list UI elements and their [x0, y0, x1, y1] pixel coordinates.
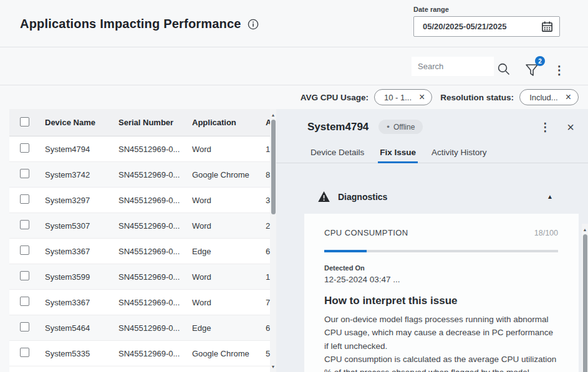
row-checkbox-cell [9, 348, 45, 359]
table-row[interactable]: System3367SN45512969-0...Word7 [9, 290, 270, 315]
row-checkbox[interactable] [20, 297, 29, 306]
application-cell: Word [192, 145, 266, 154]
panel-device-title: System4794 [307, 121, 369, 133]
column-header-avg-cpu[interactable]: AVG CPU Usage [266, 118, 270, 127]
row-checkbox[interactable] [20, 169, 29, 178]
table-row[interactable]: System3742SN45512969-0...Google Chrome8 [9, 162, 270, 188]
row-checkbox[interactable] [20, 143, 29, 153]
table-row[interactable]: System3599SN45512969-0...Word1 [9, 264, 270, 290]
row-checkbox[interactable] [20, 348, 29, 357]
table-row[interactable]: System4794SN45512969-0...Word1 [9, 136, 270, 162]
device-table: Device Name Serial Number Application AV… [9, 109, 276, 372]
panel-close-icon[interactable]: × [564, 121, 577, 133]
filter-chip-avg-cpu[interactable]: 10 - 1... × [374, 89, 432, 105]
row-checkbox-cell [9, 322, 45, 333]
tab-fix-issue[interactable]: Fix Issue [380, 141, 416, 163]
table-scrollbar-thumb[interactable] [271, 120, 276, 214]
table-row[interactable]: System3297SN45512969-0...Word3 [9, 188, 270, 213]
tab-device-details[interactable]: Device Details [311, 141, 364, 163]
table-body: System4794SN45512969-0...Word1System3742… [9, 136, 270, 366]
serial-number-cell: SN45512969-0... [118, 145, 192, 154]
panel-scrollbar-thumb[interactable] [583, 234, 587, 372]
filter-chip-label-avg-cpu: AVG CPU Usage: [301, 93, 369, 102]
filter-icon[interactable]: 2 [524, 61, 540, 80]
collapse-icon[interactable]: ▲ [547, 193, 553, 200]
date-range-label: Date range [413, 6, 560, 13]
avg-cpu-cell: 1 [266, 145, 270, 154]
table-header-row: Device Name Serial Number Application AV… [9, 109, 270, 136]
diagnostics-section-title: Diagnostics [338, 192, 387, 202]
search-input[interactable] [412, 57, 494, 76]
device-detail-panel: System4794 • Offline ⋮ × Device Details … [276, 109, 588, 372]
row-checkbox-cell [9, 271, 45, 282]
scroll-down-icon[interactable]: ▼ [270, 362, 276, 371]
serial-number-cell: SN45512969-0... [118, 247, 192, 256]
panel-scrollbar[interactable]: ▲ [582, 224, 588, 372]
more-options-icon[interactable]: ⋮ [552, 61, 566, 79]
application-cell: Word [192, 196, 266, 205]
metric-name: CPU CONSUMPTION [324, 228, 408, 237]
serial-number-cell: SN45512969-0... [118, 272, 192, 282]
row-checkbox-cell [9, 246, 45, 257]
table-scrollbar[interactable]: ▲ ▼ [270, 109, 276, 372]
row-checkbox-cell [9, 220, 45, 231]
row-checkbox[interactable] [20, 246, 29, 255]
application-cell: Edge [192, 323, 266, 333]
filter-chip-value: Includ... [529, 93, 558, 102]
avg-cpu-cell: 7 [266, 298, 270, 307]
column-header-application[interactable]: Application [192, 118, 266, 127]
device-name-cell: System3367 [45, 247, 118, 256]
table-row[interactable]: System5307SN45512969-0...Word2 [9, 213, 270, 239]
table-row[interactable]: System5464SN45512969-0...Edge6 [9, 315, 270, 341]
status-badge: • Offline [378, 120, 423, 134]
info-icon[interactable] [248, 19, 259, 30]
row-checkbox-cell [9, 169, 45, 180]
date-range-group: Date range 05/20/2025-05/21/2025 [413, 6, 560, 37]
scroll-up-icon[interactable]: ▲ [270, 110, 276, 119]
row-checkbox[interactable] [20, 194, 29, 204]
application-cell: Word [192, 272, 266, 282]
avg-cpu-cell: 2 [266, 221, 270, 231]
application-cell: Edge [192, 247, 266, 256]
serial-number-cell: SN45512969-0... [118, 196, 192, 205]
metric-row: CPU CONSUMPTION 18/100 [324, 228, 558, 237]
application-cell: Word [192, 221, 266, 231]
cpu-progress-track [324, 250, 558, 252]
device-name-cell: System3367 [45, 298, 118, 307]
row-checkbox[interactable] [20, 271, 29, 280]
device-name-cell: System5335 [45, 349, 118, 358]
page-title: Applications Impacting Performance [20, 17, 241, 31]
scroll-up-icon[interactable]: ▲ [582, 225, 588, 234]
select-all-checkbox[interactable] [20, 117, 29, 126]
diagnostics-card: CPU CONSUMPTION 18/100 Detected On 12-25… [304, 214, 579, 372]
interpret-paragraph-1: Our on-device model flags processes runn… [324, 313, 558, 353]
table-row[interactable]: System5335SN45512969-0...Google Chrome5 [9, 341, 270, 366]
remove-filter-icon[interactable]: × [566, 92, 571, 102]
filter-chip-resolution[interactable]: Includ... × [519, 89, 579, 105]
column-header-device-name[interactable]: Device Name [45, 118, 118, 127]
remove-filter-icon[interactable]: × [419, 92, 425, 102]
row-checkbox-cell [9, 143, 45, 155]
panel-more-options-icon[interactable]: ⋮ [536, 120, 554, 134]
date-range-input[interactable]: 05/20/2025-05/21/2025 [413, 16, 560, 37]
filter-chip-label-resolution: Resolution status: [440, 93, 514, 102]
diagnostics-section-header[interactable]: Diagnostics ▲ [318, 191, 553, 202]
table-row[interactable]: System3367SN45512969-0...Edge6 [9, 239, 270, 264]
interpret-title: How to interpret this issue [324, 295, 558, 307]
tab-activity-history[interactable]: Activity History [431, 141, 487, 163]
serial-number-cell: SN45512969-0... [118, 221, 192, 231]
detected-on-label: Detected On [324, 264, 558, 272]
row-checkbox[interactable] [20, 220, 29, 229]
filter-chip-value: 10 - 1... [384, 93, 412, 102]
panel-header: System4794 • Offline ⋮ × [276, 109, 588, 134]
search-icon[interactable] [496, 61, 512, 77]
avg-cpu-cell: 6 [266, 323, 270, 333]
detected-on-value: 12-25-2024 03:47 ... [324, 275, 558, 284]
toolbar: 2 ⋮ [0, 47, 588, 85]
calendar-icon[interactable] [541, 21, 553, 32]
date-range-value: 05/20/2025-05/21/2025 [423, 22, 506, 31]
title-row: Applications Impacting Performance [20, 17, 259, 31]
avg-cpu-cell: 3 [266, 196, 270, 205]
column-header-serial-number[interactable]: Serial Number [118, 118, 192, 127]
row-checkbox[interactable] [20, 322, 29, 331]
